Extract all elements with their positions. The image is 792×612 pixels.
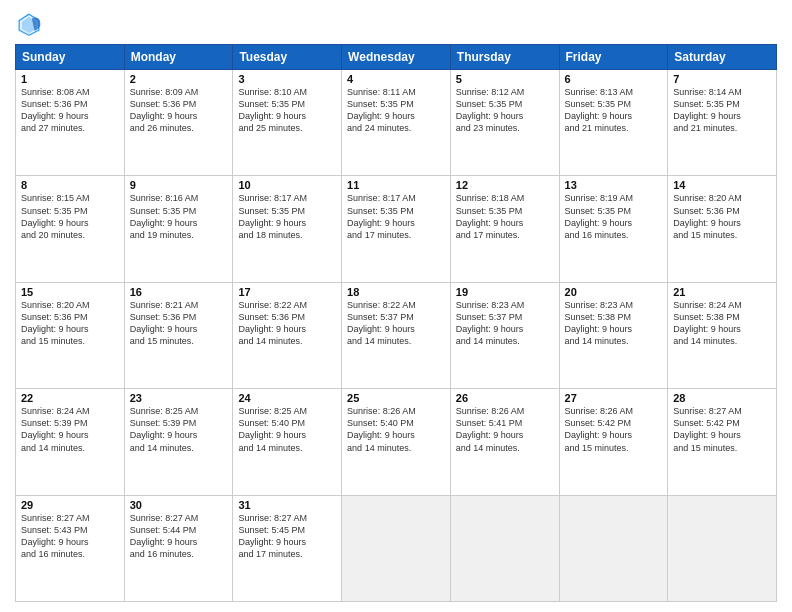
- logo-icon: [15, 10, 43, 38]
- calendar-header-row: SundayMondayTuesdayWednesdayThursdayFrid…: [16, 45, 777, 70]
- calendar-cell: [668, 495, 777, 601]
- calendar-cell: 23Sunrise: 8:25 AMSunset: 5:39 PMDayligh…: [124, 389, 233, 495]
- cell-details: Sunrise: 8:20 AMSunset: 5:36 PMDaylight:…: [21, 299, 119, 348]
- calendar-cell: 21Sunrise: 8:24 AMSunset: 5:38 PMDayligh…: [668, 282, 777, 388]
- cell-details: Sunrise: 8:27 AMSunset: 5:45 PMDaylight:…: [238, 512, 336, 561]
- cell-details: Sunrise: 8:17 AMSunset: 5:35 PMDaylight:…: [238, 192, 336, 241]
- day-number: 28: [673, 392, 771, 404]
- cell-details: Sunrise: 8:22 AMSunset: 5:36 PMDaylight:…: [238, 299, 336, 348]
- logo: [15, 10, 47, 38]
- calendar-cell: 29Sunrise: 8:27 AMSunset: 5:43 PMDayligh…: [16, 495, 125, 601]
- cell-details: Sunrise: 8:08 AMSunset: 5:36 PMDaylight:…: [21, 86, 119, 135]
- calendar-cell: 22Sunrise: 8:24 AMSunset: 5:39 PMDayligh…: [16, 389, 125, 495]
- day-number: 18: [347, 286, 445, 298]
- week-row-4: 22Sunrise: 8:24 AMSunset: 5:39 PMDayligh…: [16, 389, 777, 495]
- day-number: 8: [21, 179, 119, 191]
- cell-details: Sunrise: 8:18 AMSunset: 5:35 PMDaylight:…: [456, 192, 554, 241]
- day-number: 29: [21, 499, 119, 511]
- day-number: 7: [673, 73, 771, 85]
- day-number: 19: [456, 286, 554, 298]
- cell-details: Sunrise: 8:27 AMSunset: 5:42 PMDaylight:…: [673, 405, 771, 454]
- calendar-cell: 16Sunrise: 8:21 AMSunset: 5:36 PMDayligh…: [124, 282, 233, 388]
- day-header-sunday: Sunday: [16, 45, 125, 70]
- cell-details: Sunrise: 8:10 AMSunset: 5:35 PMDaylight:…: [238, 86, 336, 135]
- calendar-body: 1Sunrise: 8:08 AMSunset: 5:36 PMDaylight…: [16, 70, 777, 602]
- cell-details: Sunrise: 8:24 AMSunset: 5:38 PMDaylight:…: [673, 299, 771, 348]
- calendar-cell: 11Sunrise: 8:17 AMSunset: 5:35 PMDayligh…: [342, 176, 451, 282]
- day-header-monday: Monday: [124, 45, 233, 70]
- cell-details: Sunrise: 8:23 AMSunset: 5:38 PMDaylight:…: [565, 299, 663, 348]
- calendar-cell: 14Sunrise: 8:20 AMSunset: 5:36 PMDayligh…: [668, 176, 777, 282]
- cell-details: Sunrise: 8:26 AMSunset: 5:42 PMDaylight:…: [565, 405, 663, 454]
- cell-details: Sunrise: 8:22 AMSunset: 5:37 PMDaylight:…: [347, 299, 445, 348]
- calendar-cell: 26Sunrise: 8:26 AMSunset: 5:41 PMDayligh…: [450, 389, 559, 495]
- cell-details: Sunrise: 8:11 AMSunset: 5:35 PMDaylight:…: [347, 86, 445, 135]
- day-number: 9: [130, 179, 228, 191]
- calendar-cell: 31Sunrise: 8:27 AMSunset: 5:45 PMDayligh…: [233, 495, 342, 601]
- day-number: 4: [347, 73, 445, 85]
- calendar-table: SundayMondayTuesdayWednesdayThursdayFrid…: [15, 44, 777, 602]
- day-header-saturday: Saturday: [668, 45, 777, 70]
- day-number: 11: [347, 179, 445, 191]
- cell-details: Sunrise: 8:25 AMSunset: 5:39 PMDaylight:…: [130, 405, 228, 454]
- cell-details: Sunrise: 8:16 AMSunset: 5:35 PMDaylight:…: [130, 192, 228, 241]
- week-row-1: 1Sunrise: 8:08 AMSunset: 5:36 PMDaylight…: [16, 70, 777, 176]
- day-number: 17: [238, 286, 336, 298]
- cell-details: Sunrise: 8:25 AMSunset: 5:40 PMDaylight:…: [238, 405, 336, 454]
- calendar-cell: 27Sunrise: 8:26 AMSunset: 5:42 PMDayligh…: [559, 389, 668, 495]
- cell-details: Sunrise: 8:14 AMSunset: 5:35 PMDaylight:…: [673, 86, 771, 135]
- day-header-tuesday: Tuesday: [233, 45, 342, 70]
- day-number: 23: [130, 392, 228, 404]
- calendar-cell: 17Sunrise: 8:22 AMSunset: 5:36 PMDayligh…: [233, 282, 342, 388]
- cell-details: Sunrise: 8:27 AMSunset: 5:43 PMDaylight:…: [21, 512, 119, 561]
- day-number: 13: [565, 179, 663, 191]
- cell-details: Sunrise: 8:20 AMSunset: 5:36 PMDaylight:…: [673, 192, 771, 241]
- calendar-cell: 20Sunrise: 8:23 AMSunset: 5:38 PMDayligh…: [559, 282, 668, 388]
- calendar-cell: 24Sunrise: 8:25 AMSunset: 5:40 PMDayligh…: [233, 389, 342, 495]
- calendar-cell: [450, 495, 559, 601]
- cell-details: Sunrise: 8:21 AMSunset: 5:36 PMDaylight:…: [130, 299, 228, 348]
- day-number: 5: [456, 73, 554, 85]
- day-number: 6: [565, 73, 663, 85]
- calendar-cell: 12Sunrise: 8:18 AMSunset: 5:35 PMDayligh…: [450, 176, 559, 282]
- calendar-cell: 8Sunrise: 8:15 AMSunset: 5:35 PMDaylight…: [16, 176, 125, 282]
- day-number: 25: [347, 392, 445, 404]
- calendar-cell: 4Sunrise: 8:11 AMSunset: 5:35 PMDaylight…: [342, 70, 451, 176]
- week-row-2: 8Sunrise: 8:15 AMSunset: 5:35 PMDaylight…: [16, 176, 777, 282]
- calendar-cell: 3Sunrise: 8:10 AMSunset: 5:35 PMDaylight…: [233, 70, 342, 176]
- day-header-friday: Friday: [559, 45, 668, 70]
- day-number: 10: [238, 179, 336, 191]
- day-number: 31: [238, 499, 336, 511]
- calendar-cell: 6Sunrise: 8:13 AMSunset: 5:35 PMDaylight…: [559, 70, 668, 176]
- cell-details: Sunrise: 8:13 AMSunset: 5:35 PMDaylight:…: [565, 86, 663, 135]
- day-number: 30: [130, 499, 228, 511]
- day-number: 21: [673, 286, 771, 298]
- day-number: 16: [130, 286, 228, 298]
- calendar-cell: [342, 495, 451, 601]
- day-number: 27: [565, 392, 663, 404]
- calendar-cell: 7Sunrise: 8:14 AMSunset: 5:35 PMDaylight…: [668, 70, 777, 176]
- calendar-cell: 10Sunrise: 8:17 AMSunset: 5:35 PMDayligh…: [233, 176, 342, 282]
- day-header-wednesday: Wednesday: [342, 45, 451, 70]
- calendar-cell: 5Sunrise: 8:12 AMSunset: 5:35 PMDaylight…: [450, 70, 559, 176]
- calendar-cell: 18Sunrise: 8:22 AMSunset: 5:37 PMDayligh…: [342, 282, 451, 388]
- page: SundayMondayTuesdayWednesdayThursdayFrid…: [0, 0, 792, 612]
- week-row-3: 15Sunrise: 8:20 AMSunset: 5:36 PMDayligh…: [16, 282, 777, 388]
- cell-details: Sunrise: 8:23 AMSunset: 5:37 PMDaylight:…: [456, 299, 554, 348]
- day-number: 14: [673, 179, 771, 191]
- calendar-cell: 13Sunrise: 8:19 AMSunset: 5:35 PMDayligh…: [559, 176, 668, 282]
- calendar-cell: 19Sunrise: 8:23 AMSunset: 5:37 PMDayligh…: [450, 282, 559, 388]
- calendar-cell: 28Sunrise: 8:27 AMSunset: 5:42 PMDayligh…: [668, 389, 777, 495]
- week-row-5: 29Sunrise: 8:27 AMSunset: 5:43 PMDayligh…: [16, 495, 777, 601]
- day-number: 2: [130, 73, 228, 85]
- day-number: 24: [238, 392, 336, 404]
- day-number: 3: [238, 73, 336, 85]
- day-number: 20: [565, 286, 663, 298]
- header: [15, 10, 777, 38]
- calendar-cell: 2Sunrise: 8:09 AMSunset: 5:36 PMDaylight…: [124, 70, 233, 176]
- cell-details: Sunrise: 8:12 AMSunset: 5:35 PMDaylight:…: [456, 86, 554, 135]
- cell-details: Sunrise: 8:27 AMSunset: 5:44 PMDaylight:…: [130, 512, 228, 561]
- cell-details: Sunrise: 8:09 AMSunset: 5:36 PMDaylight:…: [130, 86, 228, 135]
- calendar-cell: [559, 495, 668, 601]
- day-number: 15: [21, 286, 119, 298]
